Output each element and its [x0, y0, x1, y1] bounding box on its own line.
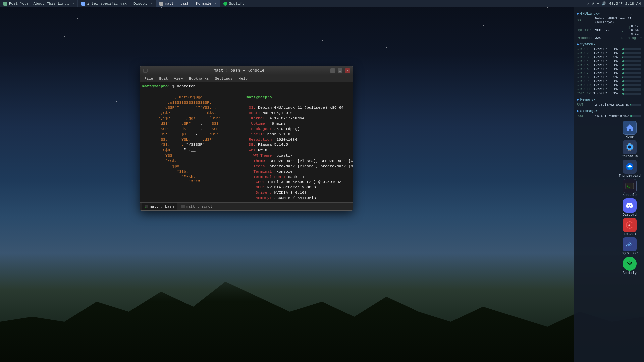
taskbar-tabs: Post Your "About This Linux/BSD"... × in…	[0, 0, 584, 7]
discord-icon-svg	[625, 201, 634, 210]
menu-file[interactable]: File	[142, 75, 156, 82]
tab-label-1: intel-specific-yak - Discord	[87, 2, 147, 6]
dock-label-konsole: Konsole	[623, 193, 637, 197]
tab-label-3: Spotify	[229, 2, 245, 6]
konsole-titlebar: >_ matt : bash — Konsole _ □ ×	[140, 66, 353, 75]
konsole-icon-svg: >_	[625, 181, 634, 191]
core-row-1: Core 2 1.62GHz 1%	[577, 51, 641, 55]
tab-close-0[interactable]: ×	[72, 2, 74, 5]
tab-icon-2	[159, 2, 163, 6]
network-icon[interactable]: ≡	[597, 2, 599, 6]
dock-icon-hexchat: #	[623, 218, 637, 232]
konsole-tab-scrot[interactable]: > matt : scrot	[178, 203, 216, 210]
uptime-row: Uptime: 50m 32s Load : 0.17 0.34 0.32	[577, 24, 641, 36]
cpu-section-header: ◆ System▾	[577, 42, 641, 46]
spotify-icon-svg	[625, 259, 634, 268]
tab-icon-1	[81, 2, 85, 6]
svg-text:>_: >_	[627, 184, 630, 188]
dock-icon-home	[623, 121, 637, 135]
dock-icon-thunderbird	[623, 160, 637, 174]
scrot-tab-icon: >	[181, 205, 185, 208]
taskbar-tab-3[interactable]: Spotify	[220, 0, 248, 7]
taskbar-tab-0[interactable]: Post Your "About This Linux/BSD"... ×	[0, 0, 78, 7]
konsole-tab-bar: > matt : bash > matt : scrot	[140, 202, 353, 210]
tab-close-2[interactable]: ×	[214, 2, 216, 5]
menu-settings[interactable]: Settings	[212, 75, 235, 82]
dock-icon-discord	[623, 198, 637, 213]
svg-marker-0	[626, 124, 634, 131]
terminal-content[interactable]: matt@macpro:~$ neofetch ,.met$$$$$gg. ma…	[140, 82, 353, 202]
close-button[interactable]: ×	[345, 68, 350, 73]
dock-item-home[interactable]: Home	[623, 121, 637, 139]
core-row-9: Core 10 1.62GHz 1%	[577, 83, 641, 87]
storage-section-header: ◆ Storage▾	[577, 109, 641, 113]
bluetooth-icon[interactable]: ⚡	[592, 1, 594, 6]
os-row: OS Debian GNU/Linux 11 (bullseye)	[577, 17, 641, 24]
temperature-display: 48.9°F	[609, 2, 623, 6]
dock-item-chromium[interactable]: Chromium	[622, 140, 638, 158]
taskbar-tab-2[interactable]: matt : bash — Konsole ×	[156, 0, 220, 7]
thunderbird-icon-svg	[625, 162, 634, 171]
core-row-8: Core 9 1.65GHz 1%	[577, 79, 641, 83]
svg-point-15	[625, 259, 634, 268]
tab-close-1[interactable]: ×	[150, 2, 152, 5]
dock-item-hexchat[interactable]: # HexChat	[623, 218, 637, 236]
dock-label-gqrx: GQRX SDR	[622, 252, 638, 255]
tab-label-2: matt : bash — Konsole	[165, 2, 212, 6]
konsole-window: >_ matt : bash — Konsole _ □ × File Edit…	[140, 66, 353, 211]
dock-icon-chromium	[623, 140, 637, 154]
konsole-app-icon: >_	[143, 68, 148, 73]
dock-item-gqrx[interactable]: GQRX SDR	[622, 237, 638, 255]
core-row-2: Core 3 1.65GHz 0%	[577, 55, 641, 59]
bash-tab-icon: >	[145, 205, 148, 208]
dock-label-chromium: Chromium	[622, 155, 638, 158]
core-row-3: Core 4 1.62GHz 1%	[577, 59, 641, 63]
menu-edit[interactable]: Edit	[156, 75, 170, 82]
konsole-title: matt : bash — Konsole	[150, 68, 328, 73]
tab-icon-3	[223, 2, 227, 6]
dock-label-spotify: Spotify	[623, 271, 637, 275]
core-row-10: Core 11 1.65GHz 1%	[577, 87, 641, 91]
root-row: ROOT: 16.4GiB/109GiB 15%	[577, 114, 641, 118]
konsole-tab-bash[interactable]: > matt : bash	[142, 203, 177, 210]
minimize-button[interactable]: _	[330, 68, 335, 73]
dock-item-konsole[interactable]: >_ Konsole	[623, 179, 637, 197]
svg-text:#: #	[628, 223, 630, 227]
gnu-section-header: ◆ GNULinux▾	[577, 11, 641, 16]
dock-label-hexchat: HexChat	[623, 232, 637, 236]
svg-text:>_: >_	[144, 70, 146, 72]
dock-icon-spotify	[623, 257, 637, 271]
menu-view[interactable]: View	[171, 75, 185, 82]
taskbar: Post Your "About This Linux/BSD"... × in…	[0, 0, 644, 7]
svg-point-14	[629, 244, 630, 245]
dock-item-discord[interactable]: Discord	[623, 198, 637, 217]
svg-text:>: >	[182, 206, 183, 208]
gqrx-icon-svg	[625, 240, 634, 249]
cpu-cores-container: Core 1 1.65GHz 1% Core 2 1.62GHz 1% Core…	[577, 47, 641, 95]
menu-bookmarks[interactable]: Bookmarks	[186, 75, 211, 82]
hexchat-icon-svg: #	[625, 220, 634, 230]
core-row-0: Core 1 1.65GHz 1%	[577, 47, 641, 51]
dock-label-thunderbird: Thunderbird	[619, 174, 641, 178]
chromium-icon-svg	[625, 142, 634, 152]
svg-point-3	[628, 146, 631, 148]
core-row-6: Core 7 1.65GHz 1%	[577, 71, 641, 75]
konsole-menubar: File Edit View Bookmarks Settings Help	[140, 75, 353, 82]
dock-label-discord: Discord	[623, 213, 637, 217]
menu-help[interactable]: Help	[236, 75, 250, 82]
svg-text:>: >	[145, 206, 146, 208]
memory-section-header: ◆ Memory▾	[577, 97, 641, 102]
processes-row: Processes: 339 Running: 0	[577, 36, 641, 40]
clock-display: 2:18 AM	[625, 2, 641, 6]
dock-item-spotify[interactable]: Spotify	[623, 257, 637, 275]
music-icon[interactable]: ♪	[587, 2, 589, 6]
core-row-11: Core 12 1.62GHz 1%	[577, 92, 641, 95]
taskbar-tab-1[interactable]: intel-specific-yak - Discord ×	[78, 0, 156, 7]
dock-item-thunderbird[interactable]: Thunderbird	[619, 160, 641, 178]
volume-icon[interactable]: 🔊	[602, 1, 606, 6]
core-row-5: Core 6 1.62GHz 1%	[577, 67, 641, 71]
dock-label-home: Home	[626, 135, 634, 139]
tab-icon-0	[3, 2, 7, 6]
maximize-button[interactable]: □	[338, 68, 342, 73]
application-dock: Home Chromium Thunderbird	[619, 121, 641, 275]
